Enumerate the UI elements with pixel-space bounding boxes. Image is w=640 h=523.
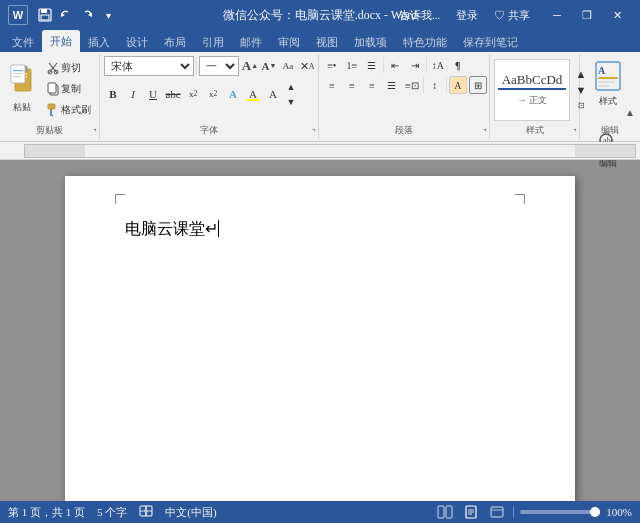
- close-button[interactable]: ✕: [602, 5, 632, 25]
- tab-savenotes[interactable]: 保存到笔记: [455, 32, 526, 52]
- tab-features[interactable]: 特色功能: [395, 32, 455, 52]
- text-effect-btn[interactable]: A: [224, 85, 242, 103]
- grow-font-btn[interactable]: A▲: [241, 57, 259, 75]
- border-btn[interactable]: ⊞: [469, 76, 487, 94]
- svg-rect-34: [446, 506, 452, 518]
- save-quick-btn[interactable]: [36, 6, 54, 24]
- decrease-indent-btn[interactable]: ⇤: [386, 56, 404, 74]
- zoom-slider[interactable]: [520, 510, 600, 514]
- strikethrough-btn[interactable]: abc: [164, 85, 182, 103]
- svg-rect-20: [48, 104, 55, 109]
- status-right: 100%: [435, 504, 632, 520]
- tab-mailings[interactable]: 邮件: [232, 32, 270, 52]
- copy-label: 复制: [61, 82, 81, 96]
- signin-action[interactable]: 登录: [452, 7, 482, 24]
- font-row-2: B I U abc x2 x2 A A A ▲ ▼: [104, 78, 298, 109]
- read-view-btn[interactable]: [435, 504, 455, 520]
- sort-btn[interactable]: ↕A: [429, 56, 447, 74]
- customize-qa-btn[interactable]: ▾: [99, 6, 117, 24]
- cursor: ​: [218, 220, 219, 237]
- quick-access-toolbar: ▾: [32, 6, 121, 24]
- font-expand-icon[interactable]: ⌝: [312, 128, 316, 137]
- ribbon-collapse-btn[interactable]: ▲: [622, 104, 638, 120]
- align-center-btn[interactable]: ≡: [343, 76, 361, 94]
- increase-indent-btn[interactable]: ⇥: [406, 56, 424, 74]
- cut-button[interactable]: 剪切: [42, 58, 96, 78]
- font-color-btn[interactable]: A: [264, 85, 282, 103]
- italic-btn[interactable]: I: [124, 85, 142, 103]
- paragraph-group-label: 段落: [319, 124, 489, 137]
- undo-quick-btn[interactable]: [57, 6, 75, 24]
- horizontal-ruler: [24, 144, 636, 158]
- paste-button[interactable]: 粘贴: [4, 56, 40, 118]
- ribbon-wrapper: 粘贴 剪切 复制 格式刷 剪贴板 ⌝: [0, 52, 640, 142]
- document-text: 电脑云课堂↵: [125, 220, 218, 237]
- line-spacing-btn[interactable]: ↕: [426, 76, 444, 94]
- show-hide-btn[interactable]: ¶: [449, 56, 467, 74]
- shading-btn[interactable]: A: [449, 76, 467, 94]
- tab-review[interactable]: 审阅: [270, 32, 308, 52]
- status-divider: [513, 506, 514, 518]
- title-bar: W ▾ 微信公众号：电脑云课堂.docx - Word 告诉我... 登录 ♡ …: [0, 0, 640, 30]
- web-view-btn[interactable]: [487, 504, 507, 520]
- paragraph-expand-icon[interactable]: ⌝: [483, 128, 487, 137]
- zoom-percent: 100%: [606, 506, 632, 518]
- svg-rect-2: [41, 15, 49, 20]
- justify-btn[interactable]: ☰: [383, 76, 401, 94]
- style-name: → 正文: [517, 94, 546, 107]
- share-action[interactable]: ♡ 共享: [490, 7, 534, 24]
- format-painter-label: 格式刷: [61, 103, 91, 117]
- style-gallery[interactable]: AaBbCcDd → 正文: [494, 59, 570, 121]
- change-case-btn[interactable]: Aa: [279, 57, 297, 75]
- styles-btn-label: 样式: [599, 95, 617, 108]
- align-left-btn[interactable]: ≡: [323, 76, 341, 94]
- para-row-1: ≡• 1≡ ☰ ⇤ ⇥ ↕A ¶: [323, 56, 467, 74]
- redo-quick-btn[interactable]: [78, 6, 96, 24]
- multilevel-btn[interactable]: ☰: [363, 56, 381, 74]
- tab-insert[interactable]: 插入: [80, 32, 118, 52]
- clipboard-expand-icon[interactable]: ⌝: [93, 128, 97, 137]
- ribbon-tabs: 文件 开始 插入 设计 布局 引用 邮件 审阅 视图 加载项 特色功能 保存到笔…: [0, 30, 640, 52]
- normal-style: AaBbCcDd: [498, 72, 567, 90]
- tab-layout[interactable]: 布局: [156, 32, 194, 52]
- document-content[interactable]: 电脑云课堂↵​: [125, 216, 515, 242]
- svg-rect-1: [41, 9, 47, 13]
- tab-addins[interactable]: 加载项: [346, 32, 395, 52]
- format-painter-button[interactable]: 格式刷: [42, 100, 96, 120]
- font-size-grow2-btn[interactable]: ▲: [284, 80, 298, 94]
- highlight-color-btn[interactable]: A: [244, 85, 262, 103]
- underline-btn[interactable]: U: [144, 85, 162, 103]
- minimize-button[interactable]: ─: [542, 5, 572, 25]
- tab-home[interactable]: 开始: [42, 30, 80, 52]
- bold-btn[interactable]: B: [104, 85, 122, 103]
- font-name-select[interactable]: 宋体: [104, 56, 194, 76]
- restore-button[interactable]: ❐: [572, 5, 602, 25]
- svg-rect-39: [491, 507, 503, 517]
- page-view-btn[interactable]: [461, 504, 481, 520]
- paste-label: 粘贴: [13, 101, 31, 114]
- svg-rect-19: [48, 83, 56, 93]
- superscript-btn[interactable]: x2: [204, 85, 222, 103]
- paragraph-group: ≡• 1≡ ☰ ⇤ ⇥ ↕A ¶ ≡ ≡ ≡ ☰ ≡⊡ ↕: [319, 54, 490, 139]
- svg-rect-12: [13, 73, 23, 74]
- font-size-select[interactable]: 一: [199, 56, 239, 76]
- page-info: 第 1 页，共 1 页: [8, 505, 85, 520]
- bullets-btn[interactable]: ≡•: [323, 56, 341, 74]
- tab-file[interactable]: 文件: [4, 32, 42, 52]
- svg-rect-11: [13, 70, 23, 71]
- font-size-shrink2-btn[interactable]: ▼: [284, 95, 298, 109]
- status-left: 第 1 页，共 1 页 5 个字 中文(中国): [8, 504, 217, 520]
- tab-view[interactable]: 视图: [308, 32, 346, 52]
- shrink-font-btn[interactable]: A▼: [260, 57, 278, 75]
- styles-expand-icon[interactable]: ⌝: [573, 128, 577, 137]
- document-page[interactable]: 电脑云课堂↵​: [65, 176, 575, 501]
- distribute-btn[interactable]: ≡⊡: [403, 76, 421, 94]
- window-controls: ─ ❐ ✕: [542, 5, 632, 25]
- align-right-btn[interactable]: ≡: [363, 76, 381, 94]
- numbering-btn[interactable]: 1≡: [343, 56, 361, 74]
- subscript-btn[interactable]: x2: [184, 85, 202, 103]
- tab-design[interactable]: 设计: [118, 32, 156, 52]
- clear-format-btn[interactable]: ✕A: [298, 57, 316, 75]
- tab-references[interactable]: 引用: [194, 32, 232, 52]
- copy-button[interactable]: 复制: [42, 79, 96, 99]
